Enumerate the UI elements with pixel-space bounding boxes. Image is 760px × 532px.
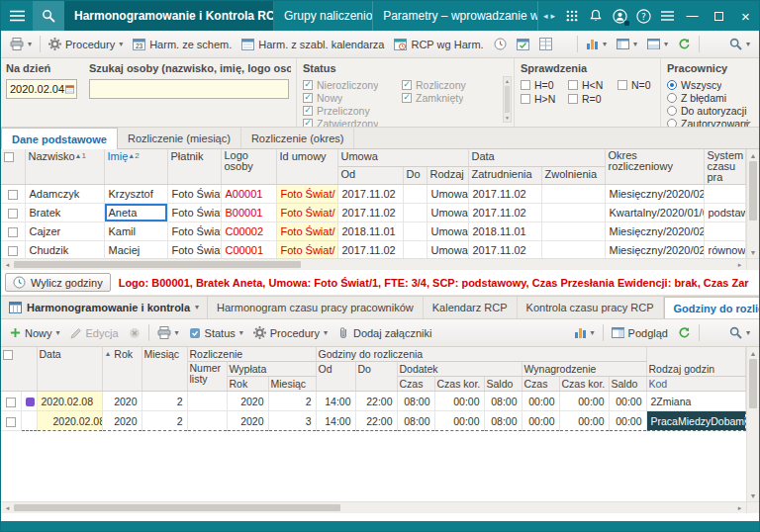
cell-rok[interactable]: 2020 xyxy=(102,392,142,411)
scroll-up-button[interactable]: ▲ xyxy=(747,149,759,161)
tab-kalendarz-rcp[interactable]: Kalendarz RCP xyxy=(424,297,518,318)
check-h-eq-0[interactable]: H=0 xyxy=(521,79,566,91)
wylicz-godziny-button[interactable]: Wylicz godziny xyxy=(5,273,111,292)
scroll-right-button[interactable]: ▸ xyxy=(733,502,746,513)
check-n-eq-0[interactable]: N=0 xyxy=(618,79,659,91)
col-header-dodatek-czas-kor[interactable]: Czas kor. xyxy=(434,377,484,392)
view-selector-button[interactable]: Harmonogramowanie i kontrola ▾ xyxy=(1,297,208,318)
tab-kontrola-czasu-pracy[interactable]: Kontrola czasu pracy RCP xyxy=(518,297,664,318)
scroll-thumb[interactable] xyxy=(14,261,301,268)
cell-nazwisko[interactable]: Cajzer xyxy=(25,222,104,241)
cell-logo-osoby[interactable]: A00001 xyxy=(221,185,276,204)
global-search-button[interactable] xyxy=(33,1,64,31)
scroll-down-icon[interactable]: ▼ xyxy=(504,114,511,122)
harm-ze-schem-button[interactable]: 23 Harm. ze schem. xyxy=(128,35,237,53)
cell-kod[interactable]: 2Zmiana xyxy=(646,392,745,411)
cell-kod-selected[interactable]: PracaMiedzyDobami xyxy=(646,411,745,431)
edit-button[interactable]: Edycja xyxy=(65,324,124,342)
search-tool-button-lower[interactable]: ▾ xyxy=(724,323,755,342)
scroll-left-button[interactable]: ◂ xyxy=(1,259,14,270)
cell-zatrudnienia[interactable]: 2017.11.02 xyxy=(468,204,541,222)
cell-okres[interactable]: Miesięczny/2020/02/0 xyxy=(605,185,704,204)
cell-rodzaj[interactable]: Umowa o xyxy=(427,185,468,204)
cell-wynagrodzenie-saldo[interactable]: 00:00 xyxy=(609,392,646,411)
cell-zatrudnienia[interactable]: 2018.11.01 xyxy=(468,222,541,241)
select-all-checkbox[interactable] xyxy=(4,152,14,162)
select-all-header-lower[interactable] xyxy=(1,347,37,392)
col-header-logo-osoby[interactable]: Logo osoby xyxy=(221,149,276,185)
procedures-button[interactable]: Procedury ▾ xyxy=(44,35,128,53)
minimize-button[interactable]: — xyxy=(679,1,706,31)
row-checkbox[interactable] xyxy=(8,209,18,219)
cell-miesiac[interactable]: 2 xyxy=(142,392,187,411)
col-header-zatrudnienia[interactable]: Zatrudnienia xyxy=(468,167,541,185)
col-header-numer-listy[interactable]: Numer listy xyxy=(187,362,227,392)
cell-system[interactable]: równoważny xyxy=(704,241,746,259)
cell-umowa-do[interactable] xyxy=(403,241,427,259)
scroll-thumb[interactable] xyxy=(14,504,340,511)
scroll-track[interactable] xyxy=(301,259,733,270)
tab-scroll-right-button[interactable]: ▸ xyxy=(550,11,555,21)
col-header-id-umowy[interactable]: Id umowy xyxy=(276,149,337,185)
cell-nazwisko[interactable]: Bratek xyxy=(25,204,104,222)
cell-umowa-do[interactable] xyxy=(403,204,427,222)
window-menu-button[interactable] xyxy=(655,1,679,31)
worker-radio-zautoryzowani[interactable]: Zautoryzowani xyxy=(667,118,753,128)
cell-logo-osoby[interactable]: C00002 xyxy=(221,222,276,241)
refresh-button[interactable] xyxy=(673,35,696,53)
app-menu-button[interactable] xyxy=(1,1,33,31)
tab-rozliczenie-miesiac[interactable]: Rozliczenie (miesiąc) xyxy=(118,128,241,148)
check-h-gt-n[interactable]: H>N xyxy=(521,93,566,105)
cell-dodatek-saldo[interactable]: 08:00 xyxy=(484,392,522,411)
print-button[interactable]: ▾ xyxy=(5,35,37,53)
worker-radio-z-bledami[interactable]: Z błędami xyxy=(667,92,753,104)
cell-wynagrodzenie-czas[interactable]: 00:00 xyxy=(522,392,559,411)
row-checkbox[interactable] xyxy=(6,398,16,407)
tab-dane-podstawowe[interactable]: Dane podstawowe xyxy=(1,128,118,149)
delete-button[interactable] xyxy=(124,324,145,342)
scroll-track[interactable] xyxy=(747,221,759,246)
status-scrollbar[interactable]: ▲ ▼ xyxy=(503,76,512,123)
employees-vertical-scrollbar[interactable]: ▲ ▼ xyxy=(746,149,759,258)
cell-id-umowy[interactable]: Foto Świat/ xyxy=(276,222,337,241)
row-checkbox[interactable] xyxy=(8,190,18,200)
cell-od[interactable]: 14:00 xyxy=(316,392,355,411)
preview-button[interactable]: Podgląd xyxy=(607,323,673,342)
person-search-input[interactable] xyxy=(89,79,289,99)
cell-system[interactable] xyxy=(704,222,746,241)
cell-platnik[interactable]: Foto Świat xyxy=(167,241,221,259)
status-button[interactable]: Status ▾ xyxy=(184,324,248,342)
row-checkbox-cell[interactable] xyxy=(1,241,25,259)
row-checkbox[interactable] xyxy=(8,246,18,256)
cell-do[interactable]: 22:00 xyxy=(355,411,397,431)
print-button-lower[interactable]: ▾ xyxy=(152,323,184,342)
add-attachments-button[interactable]: Dodaj załączniki xyxy=(332,323,436,342)
col-header-data[interactable]: Data xyxy=(37,347,102,392)
col-header-miesiac[interactable]: Miesiąc xyxy=(142,347,187,392)
row-checkbox-cell[interactable] xyxy=(1,185,25,204)
scroll-up-button[interactable]: ▲ xyxy=(747,347,759,359)
cell-data[interactable]: 2020.02.08 xyxy=(37,392,102,411)
cell-rodzaj[interactable]: Umowa o xyxy=(427,204,468,222)
row-checkbox-cell[interactable] xyxy=(1,411,21,431)
cell-zwolnienia[interactable] xyxy=(541,185,605,204)
scroll-thumb[interactable] xyxy=(505,86,510,113)
layout-menu-button[interactable]: ▾ xyxy=(612,35,642,53)
close-button[interactable]: × xyxy=(732,1,759,31)
help-button[interactable]: ? xyxy=(631,1,655,31)
cell-imie[interactable]: Kamil xyxy=(104,222,167,241)
cell-dodatek-czas-kor[interactable]: 00:00 xyxy=(434,411,484,431)
cell-dodatek-czas-kor[interactable]: 00:00 xyxy=(434,392,484,411)
cell-platnik[interactable]: Foto Świat xyxy=(167,185,221,204)
col-header-dodatek-czas[interactable]: Czas xyxy=(397,377,434,392)
scroll-right-button[interactable]: ▸ xyxy=(733,259,746,270)
cell-zwolnienia[interactable] xyxy=(541,222,605,241)
cell-rok[interactable]: 2020 xyxy=(102,411,142,431)
status-checkbox-zamkniety[interactable]: ✓Zamknięty xyxy=(402,92,489,104)
cell-do[interactable]: 22:00 xyxy=(355,392,397,411)
select-all-checkbox[interactable] xyxy=(3,350,13,360)
row-checkbox[interactable] xyxy=(6,417,16,427)
status-checkbox-rozliczony[interactable]: ✓Rozliczony xyxy=(402,79,489,91)
cell-numer-listy[interactable] xyxy=(187,392,227,411)
user-menu-button[interactable] xyxy=(608,1,631,31)
